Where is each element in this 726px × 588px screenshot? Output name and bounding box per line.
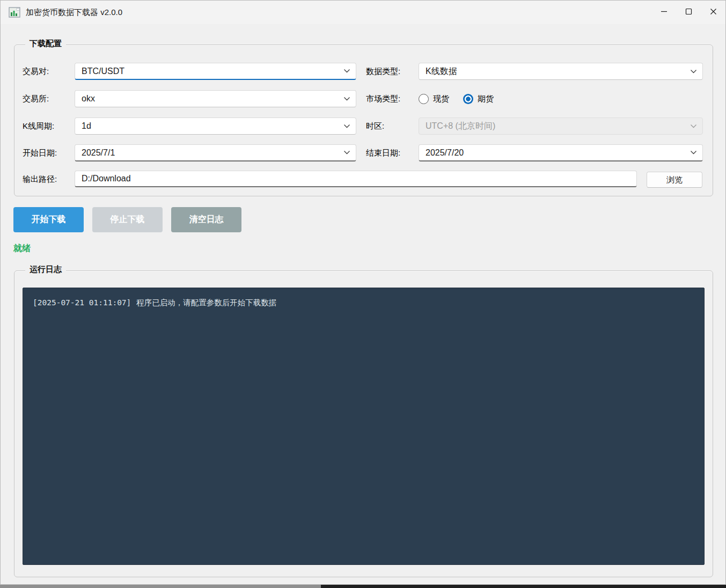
chart-app-icon [9,7,20,18]
timezone-combobox: UTC+8 (北京时间) [419,117,703,135]
chevron-down-icon [690,124,697,129]
close-button[interactable] [701,1,725,24]
chevron-down-icon [343,150,350,155]
exchange-combobox[interactable]: okx [75,90,356,107]
radio-option-spot[interactable]: 现货 [419,94,449,104]
stop-download-button[interactable]: 停止下载 [92,207,163,232]
window-title: 加密货币数据下载器 v2.0.0 [26,8,122,18]
timezone-value: UTC+8 (北京时间) [426,121,687,132]
clear-log-button[interactable]: 清空日志 [171,207,241,232]
chevron-down-icon [343,124,350,129]
radio-option-futures[interactable]: 期货 [463,94,494,104]
radio-futures-label: 期货 [478,94,494,104]
exchange-label: 交易所: [23,90,49,107]
start-download-button[interactable]: 开始下载 [13,207,84,232]
close-icon [710,8,717,17]
symbol-combobox[interactable]: BTC/USDT [75,63,356,80]
chevron-down-icon [690,150,697,155]
data-type-value: K线数据 [426,66,687,77]
start-date-value: 2025/7/1 [82,148,340,158]
kline-period-combobox[interactable]: 1d [75,117,356,135]
symbol-label: 交易对: [23,63,49,80]
desktop-segment-light [0,585,321,588]
symbol-value: BTC/USDT [82,67,340,76]
minimize-button[interactable] [651,1,676,24]
desktop-background-strip [0,585,726,588]
run-log-group: 运行日志 [2025-07-21 01:11:07]程序已启动，请配置参数后开始… [14,270,713,577]
kline-period-label: K线周期: [23,117,54,135]
log-group-title: 运行日志 [25,264,66,274]
status-text: 就绪 [13,243,31,254]
end-date-combobox[interactable]: 2025/7/20 [419,144,703,161]
radio-spot-label: 现货 [433,94,449,104]
data-type-label: 数据类型: [366,63,400,80]
download-config-group: 下载配置 交易对: BTC/USDT 数据类型: K线数据 交易所: okx 市… [14,45,713,196]
market-type-label: 市场类型: [366,90,400,107]
window-controls [651,1,725,24]
output-path-label: 输出路径: [23,171,57,188]
chevron-down-icon [343,97,350,101]
end-date-label: 结束日期: [366,144,400,161]
start-date-combobox[interactable]: 2025/7/1 [75,144,356,161]
output-path-input[interactable]: D:/Download [75,171,637,187]
maximize-button[interactable] [676,1,701,24]
start-date-label: 开始日期: [23,144,57,161]
title-bar: 加密货币数据下载器 v2.0.0 [1,1,725,24]
data-type-combobox[interactable]: K线数据 [419,63,703,80]
chevron-down-icon [343,69,350,74]
app-window: 加密货币数据下载器 v2.0.0 下载配置 交易对: [0,0,726,585]
kline-period-value: 1d [82,121,340,131]
maximize-icon [685,8,692,17]
timezone-label: 时区: [366,117,384,135]
radio-spot-circle[interactable] [419,94,429,104]
market-type-radio-group: 现货 期货 [419,90,494,107]
browse-button[interactable]: 浏览 [647,172,702,188]
log-timestamp: [2025-07-21 01:11:07] [33,298,131,307]
output-path-value: D:/Download [82,174,131,183]
config-group-title: 下载配置 [25,39,66,48]
radio-futures-circle[interactable] [463,94,473,104]
log-message: 程序已启动，请配置参数后开始下载数据 [136,298,276,307]
minimize-icon [661,8,668,17]
desktop-segment-dark [321,585,726,588]
log-line: [2025-07-21 01:11:07]程序已启动，请配置参数后开始下载数据 [33,297,694,308]
log-console[interactable]: [2025-07-21 01:11:07]程序已启动，请配置参数后开始下载数据 [23,288,705,565]
end-date-value: 2025/7/20 [426,148,687,158]
chevron-down-icon [690,69,697,74]
exchange-value: okx [82,94,340,104]
